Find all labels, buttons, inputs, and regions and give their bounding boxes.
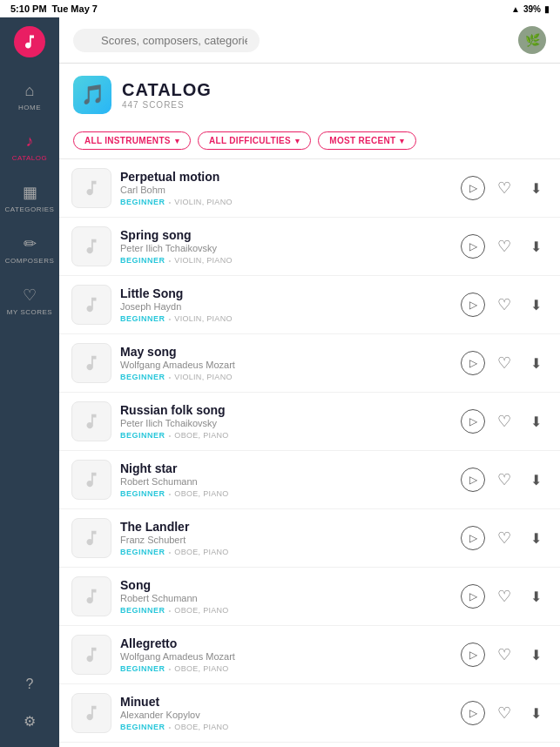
sidebar-item-catalog[interactable]: ♪ CATALOG	[0, 122, 59, 172]
dot: •	[169, 199, 172, 206]
song-meta: BEGINNER • VIOLIN, PIANO	[120, 373, 452, 381]
sidebar-label-categories: CATEGORIES	[5, 205, 55, 213]
song-title: The Landler	[120, 520, 452, 534]
filters-row: ALL INSTRUMENTS ▾ ALL DIFFICULTIES ▾ MOS…	[73, 123, 546, 158]
favorite-button[interactable]: ♡	[492, 176, 516, 200]
favorite-button[interactable]: ♡	[492, 351, 516, 375]
song-composer: Carl Bohm	[120, 185, 452, 195]
dot: •	[169, 257, 172, 265]
song-actions: ▷ ♡ ⬇	[461, 409, 548, 434]
play-button[interactable]: ▷	[461, 701, 485, 725]
songs-list: Perpetual motion Carl Bohm BEGINNER • VI…	[59, 159, 560, 747]
favorite-button[interactable]: ♡	[492, 293, 516, 317]
song-composer: Peter Ilich Tchaikovsky	[120, 418, 452, 428]
status-day: Tue May 7	[52, 3, 98, 14]
sidebar-label-composers: COMPOSERS	[5, 257, 55, 265]
download-button[interactable]: ⬇	[523, 701, 548, 725]
song-item-4: May song Wolfgang Amadeus Mozart BEGINNE…	[59, 334, 560, 393]
song-title: Perpetual motion	[120, 170, 452, 184]
status-bar: 5:10 PM Tue May 7 ▲ 39% ▮	[0, 0, 560, 17]
download-button[interactable]: ⬇	[523, 409, 548, 434]
download-button[interactable]: ⬇	[523, 351, 548, 375]
song-meta: BEGINNER • VIOLIN, PIANO	[120, 256, 452, 265]
sidebar-item-home[interactable]: ⌂ HOME	[0, 71, 59, 122]
song-info: Minuet Alexander Kopylov BEGINNER • OBOE…	[120, 695, 452, 731]
download-button[interactable]: ⬇	[523, 176, 548, 200]
song-thumbnail	[71, 635, 111, 675]
song-actions: ▷ ♡ ⬇	[461, 293, 548, 317]
song-item-7: The Landler Franz Schubert BEGINNER • OB…	[59, 509, 560, 568]
song-instruments: OBOE, PIANO	[174, 431, 228, 440]
song-title: Russian folk song	[120, 403, 452, 417]
song-instruments: OBOE, PIANO	[174, 664, 228, 673]
sidebar: ⌂ HOME ♪ CATALOG ▦ CATEGORIES ✏ COMPOSER…	[0, 17, 59, 747]
chevron-down-icon: ▾	[175, 137, 179, 145]
play-button[interactable]: ▷	[461, 409, 485, 434]
sidebar-item-categories[interactable]: ▦ CATEGORIES	[0, 172, 59, 224]
download-button[interactable]: ⬇	[523, 584, 548, 609]
song-level: BEGINNER	[120, 664, 165, 673]
song-info: May song Wolfgang Amadeus Mozart BEGINNE…	[120, 345, 452, 381]
play-button[interactable]: ▷	[461, 293, 485, 317]
sidebar-item-composers[interactable]: ✏ COMPOSERS	[0, 224, 59, 275]
favorite-button[interactable]: ♡	[492, 234, 516, 259]
search-input[interactable]	[73, 29, 260, 52]
help-icon[interactable]: ?	[19, 670, 41, 699]
download-button[interactable]: ⬇	[523, 468, 548, 492]
favorite-button[interactable]: ♡	[492, 409, 516, 434]
song-item-8: Song Robert Schumann BEGINNER • OBOE, PI…	[59, 568, 560, 626]
song-item-1: Perpetual motion Carl Bohm BEGINNER • VI…	[59, 159, 560, 218]
song-level: BEGINNER	[120, 723, 165, 731]
song-title: Song	[120, 578, 452, 592]
filter-instruments[interactable]: ALL INSTRUMENTS ▾	[73, 131, 191, 150]
play-button[interactable]: ▷	[461, 643, 485, 667]
play-button[interactable]: ▷	[461, 176, 485, 200]
play-button[interactable]: ▷	[461, 351, 485, 375]
catalog-header: 🎵 CATALOG 447 SCORES ALL INSTRUMENTS ▾ A…	[59, 64, 560, 159]
favorite-button[interactable]: ♡	[492, 468, 516, 492]
composers-icon: ✏	[24, 234, 37, 253]
favorite-button[interactable]: ♡	[492, 643, 516, 667]
song-title: Spring song	[120, 228, 452, 242]
catalog-app-icon: 🎵	[73, 76, 111, 114]
dot: •	[169, 548, 172, 556]
song-info: The Landler Franz Schubert BEGINNER • OB…	[120, 520, 452, 556]
favorite-button[interactable]: ♡	[492, 701, 516, 725]
song-meta: BEGINNER • VIOLIN, PIANO	[120, 198, 452, 206]
download-button[interactable]: ⬇	[523, 293, 548, 317]
song-level: BEGINNER	[120, 606, 165, 615]
play-button[interactable]: ▷	[461, 584, 485, 609]
avatar[interactable]: 🌿	[518, 26, 546, 54]
favorite-button[interactable]: ♡	[492, 526, 516, 550]
song-instruments: VIOLIN, PIANO	[174, 314, 232, 323]
song-actions: ▷ ♡ ⬇	[461, 584, 548, 609]
download-button[interactable]: ⬇	[523, 643, 548, 667]
song-title: Little Song	[120, 286, 452, 300]
download-button[interactable]: ⬇	[523, 234, 548, 259]
song-actions: ▷ ♡ ⬇	[461, 234, 548, 259]
song-actions: ▷ ♡ ⬇	[461, 176, 548, 200]
song-item-11: March Samuel Moiseyevich Maykapar BEGINN…	[59, 743, 560, 747]
catalog-title: CATALOG	[122, 80, 212, 100]
song-composer: Wolfgang Amadeus Mozart	[120, 651, 452, 662]
song-composer: Robert Schumann	[120, 476, 452, 487]
settings-icon[interactable]: ⚙	[17, 706, 43, 737]
song-thumbnail	[71, 226, 111, 266]
chevron-down-icon: ▾	[400, 137, 404, 145]
song-item-3: Little Song Joseph Haydn BEGINNER • VIOL…	[59, 276, 560, 334]
song-level: BEGINNER	[120, 373, 165, 381]
sidebar-item-my-scores[interactable]: ♡ MY SCORES	[0, 275, 59, 326]
top-bar: 🔍 🌿	[59, 17, 560, 64]
filter-difficulties[interactable]: ALL DIFFICULTIES ▾	[198, 131, 311, 150]
song-level: BEGINNER	[120, 256, 165, 265]
song-thumbnail	[71, 693, 111, 733]
play-button[interactable]: ▷	[461, 526, 485, 550]
dot: •	[169, 607, 172, 615]
favorite-button[interactable]: ♡	[492, 584, 516, 609]
song-info: Night star Robert Schumann BEGINNER • OB…	[120, 461, 452, 498]
song-item-9: Allegretto Wolfgang Amadeus Mozart BEGIN…	[59, 626, 560, 684]
play-button[interactable]: ▷	[461, 468, 485, 492]
play-button[interactable]: ▷	[461, 234, 485, 259]
filter-sort[interactable]: MOST RECENT ▾	[318, 131, 415, 150]
download-button[interactable]: ⬇	[523, 526, 548, 550]
